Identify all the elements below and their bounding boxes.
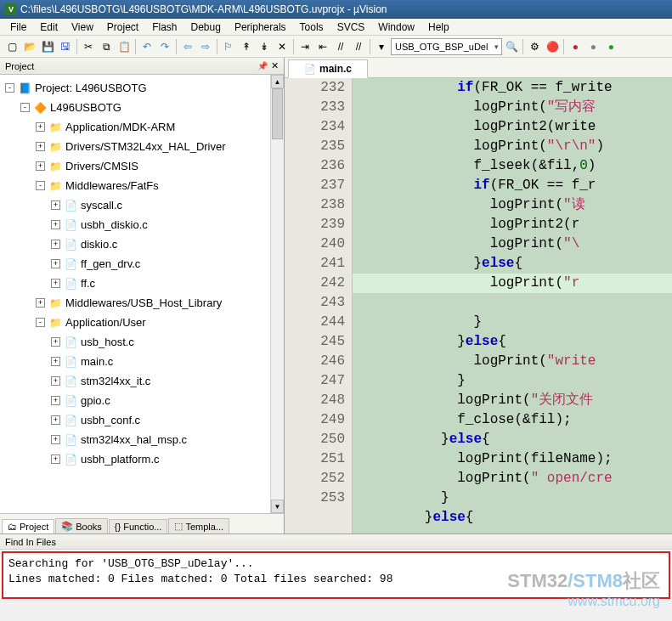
tree-folder[interactable]: +📁Middlewares/USB_Host_Library [0,293,284,313]
tree-toggle-icon[interactable]: + [36,161,45,171]
tree-toggle-icon[interactable]: + [51,357,60,366]
tree-folder[interactable]: -📘Project: L496USBOTG [0,78,284,98]
tree-file[interactable]: +📄usb_host.c [0,332,284,352]
comment-icon[interactable]: // [332,38,349,55]
bm-prev-icon[interactable]: ↟ [238,38,255,55]
tree-toggle-icon[interactable]: - [36,318,45,327]
panel-tab-templa[interactable]: ⬚Templa... [168,518,229,533]
tree-toggle-icon[interactable]: - [36,181,45,190]
tree-file[interactable]: +📄ff_gen_drv.c [0,254,284,274]
new-icon[interactable]: ▢ [3,38,20,55]
close-icon[interactable]: ✕ [271,60,279,71]
toolbar-1: ▢ 📂 💾 🖫 ✂ ⧉ 📋 ↶ ↷ ⇦ ⇨ 🏳 ↟ ↡ ✕ ⇥ ⇤ // // … [0,36,672,58]
bm-next-icon[interactable]: ↡ [256,38,273,55]
tree-folder[interactable]: -📁Middlewares/FatFs [0,176,284,195]
scroll-down-icon[interactable]: ▼ [271,500,284,513]
project-tree[interactable]: -📘Project: L496USBOTG-🔶L496USBOTG+📁Appli… [0,75,284,513]
tree-label: syscall.c [81,199,122,212]
uncomment-icon[interactable]: // [350,38,367,55]
save-all-icon[interactable]: 🖫 [57,38,74,55]
tree-toggle-icon[interactable]: + [51,240,60,249]
scroll-thumb[interactable] [272,88,283,139]
folder-icon: 📁 [48,140,62,154]
menu-peripherals[interactable]: Peripherals [228,20,293,35]
tree-file[interactable]: +📄stm32l4xx_hal_msp.c [0,430,284,449]
tree-folder[interactable]: +📁Drivers/STM32L4xx_HAL_Driver [0,137,284,156]
menu-file[interactable]: File [3,20,33,35]
tree-file[interactable]: +📄main.c [0,352,284,371]
search-combo[interactable]: USB_OTG_BSP_uDel [391,38,502,55]
tree-toggle-icon[interactable]: + [51,337,60,347]
menu-svcs[interactable]: SVCS [330,20,372,35]
menu-window[interactable]: Window [371,20,421,35]
bookmark-icon[interactable]: 🏳 [220,38,237,55]
tree-file[interactable]: +📄usbh_diskio.c [0,215,284,234]
panel-tab-project[interactable]: 🗂Project [2,519,54,533]
tree-file[interactable]: +📄ff.c [0,274,284,293]
back-icon[interactable]: ⇦ [179,38,196,55]
undo-icon[interactable]: ↶ [138,38,155,55]
tree-toggle-icon[interactable]: + [51,396,60,405]
pin-icon[interactable]: 📌 [257,61,268,71]
tree-file[interactable]: +📄gpio.c [0,391,284,410]
paste-icon[interactable]: 📋 [116,38,133,55]
tree-toggle-icon[interactable]: + [51,435,60,444]
tab-label: Books [76,522,102,532]
tree-toggle-icon[interactable]: + [51,279,60,288]
outdent-icon[interactable]: ⇤ [314,38,331,55]
menu-view[interactable]: View [65,20,100,35]
scroll-up-icon[interactable]: ▲ [271,75,284,88]
cut-icon[interactable]: ✂ [80,38,97,55]
tree-label: main.c [81,355,113,368]
menu-edit[interactable]: Edit [33,20,65,35]
panel-tab-functio[interactable]: {}Functio... [109,519,168,533]
tree-toggle-icon[interactable]: + [51,200,60,210]
file-icon: 📄 [64,375,77,388]
tree-toggle-icon[interactable]: + [36,298,45,308]
dot-red-icon[interactable]: ● [567,38,584,55]
menu-help[interactable]: Help [421,20,456,35]
find-dd-icon[interactable]: ▾ [373,38,390,55]
tree-toggle-icon[interactable]: - [5,83,14,93]
find-results[interactable]: Searching for 'USB_OTG_BSP_uDelay'... Li… [2,551,670,599]
tree-toggle-icon[interactable]: + [51,454,60,464]
dot-grey-icon[interactable]: ● [584,38,601,55]
tree-toggle-icon[interactable]: + [36,122,45,132]
tree-folder[interactable]: -🔶L496USBOTG [0,98,284,117]
panel-tab-books[interactable]: 📚Books [55,518,108,533]
indent-icon[interactable]: ⇥ [296,38,313,55]
tree-file[interactable]: +📄syscall.c [0,195,284,215]
menu-tools[interactable]: Tools [293,20,330,35]
open-icon[interactable]: 📂 [21,38,38,55]
tree-file[interactable]: +📄stm32l4xx_it.c [0,371,284,391]
redo-icon[interactable]: ↷ [156,38,173,55]
tree-toggle-icon[interactable]: + [51,259,60,268]
tree-file[interactable]: +📄usbh_conf.c [0,410,284,430]
tree-toggle-icon[interactable]: - [20,103,30,112]
tree-file[interactable]: +📄diskio.c [0,234,284,254]
menu-project[interactable]: Project [100,20,145,35]
tree-folder[interactable]: +📁Application/MDK-ARM [0,117,284,137]
code-editor[interactable]: 2322332342352362372382392402412422432442… [285,78,672,533]
tree-folder[interactable]: +📁Drivers/CMSIS [0,156,284,176]
tree-toggle-icon[interactable]: + [51,220,60,229]
dot-grn-icon[interactable]: ● [602,38,619,55]
tree-file[interactable]: +📄usbh_platform.c [0,449,284,469]
cfg1-icon[interactable]: ⚙ [526,38,543,55]
code-content[interactable]: if(FR_OK == f_write logPrint("写内容 logPri… [353,78,672,533]
tree-toggle-icon[interactable]: + [36,142,45,151]
menu-debug[interactable]: Debug [184,20,228,35]
tab-main-c[interactable]: 📄 main.c [288,59,368,78]
menu-flash[interactable]: Flash [145,20,184,35]
tree-label: ff.c [81,277,95,290]
save-icon[interactable]: 💾 [39,38,56,55]
bm-clear-icon[interactable]: ✕ [274,38,291,55]
copy-icon[interactable]: ⧉ [98,38,115,55]
debug-icon[interactable]: 🔴 [544,38,561,55]
tree-toggle-icon[interactable]: + [51,415,60,425]
tree-toggle-icon[interactable]: + [51,376,60,386]
tree-folder[interactable]: -📁Application/User [0,313,284,332]
fwd-icon[interactable]: ⇨ [197,38,214,55]
find-icon[interactable]: 🔍 [503,38,520,55]
tree-scrollbar[interactable]: ▲ ▼ [270,75,284,513]
